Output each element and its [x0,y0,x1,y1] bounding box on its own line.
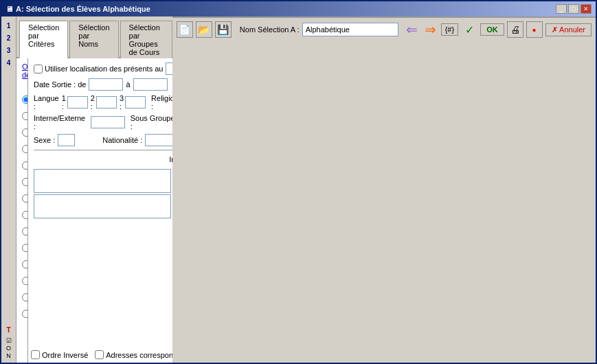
sidebar-letter-n: N [6,352,11,359]
langue-label: Langue : [34,94,59,111]
utiliser-row: Utiliser localisation des présents au [34,62,172,75]
radio-orientation: Orientation [22,194,28,203]
interne-field[interactable] [91,116,125,128]
radio-extra-2: - [22,260,28,269]
ordre-inverse-checkbox[interactable] [31,350,40,359]
utiliser-checkbox[interactable] [34,65,43,73]
langue-1-field[interactable] [67,96,88,109]
utiliser-field[interactable] [166,62,172,75]
close-button[interactable]: ✕ [581,4,592,14]
radio-grpel-input[interactable] [22,178,28,186]
radio-extra-2-input[interactable] [22,260,28,269]
save-button[interactable]: 💾 [215,21,232,38]
radio-extra-5: - [22,310,28,318]
sexe-field[interactable] [58,134,75,146]
sidebar-num-4: 4 [7,57,11,69]
sidebar-icons: ☑ O N [6,337,12,359]
tab-content: Ordre de tri Bornes de sélection Alphabé… [16,58,172,363]
radio-codes-postaux: Codes Postaux [22,227,28,236]
adresses-text: Adresses correspondance [106,351,172,359]
title-text: 🖥 A: Sélection des Élèves Alphabétique [5,5,150,13]
sidebar-letter-o: O [6,345,11,352]
implantation-row: Implantation : Aîné : [34,153,172,166]
l3-label: 3 : [120,94,124,111]
radio-extra-4-input[interactable] [22,293,28,302]
sidebar-num-3: 3 [7,45,11,57]
radio-extra-5-input[interactable] [22,310,28,318]
ordre-de-tri-link[interactable]: Ordre de tri [22,62,28,87]
open-button[interactable]: 📂 [196,21,212,38]
radio-codes-postaux-input[interactable] [22,227,28,236]
tab-groupes[interactable]: Sélection par Groupes de Cours [120,21,172,58]
implantation-label: Implantation : [169,155,172,163]
center-content: Sélection par Critères Sélection par Nom… [16,16,172,363]
utiliser-label: Utiliser localisation des présents au [45,65,163,73]
radio-extra-4: - [22,293,28,302]
nav-right-button[interactable]: ⇒ [423,21,438,38]
radio-niveau-input[interactable] [22,145,28,153]
radio-dates-entree: Dates Entrée [22,128,28,137]
langue-row: Langue : 1 : 2 : 3 : Religion/Morale : R… [34,94,172,111]
ok-button[interactable]: OK [480,23,504,36]
window-icon: 🖥 [5,5,13,13]
radio-grpel: GrpEl [22,178,28,186]
radio-extra-1-input[interactable] [22,244,28,252]
nationalite-label: Nationalité : [102,136,142,144]
date-sortie-row: Date Sortie : de à Sans An X : [34,78,172,91]
main-textarea-2[interactable] [34,194,171,218]
radio-orientation-input[interactable] [22,194,28,203]
hash-button[interactable]: {#} [441,23,458,36]
date-sortie-from-field[interactable] [89,78,123,91]
tab-noms[interactable]: Sélection par Noms [69,21,118,58]
sidebar-num-1: 1 [7,20,11,32]
radio-classes-input[interactable] [22,161,28,170]
tab-criteres[interactable]: Sélection par Critères [19,21,68,58]
radio-extra-1: - [22,244,28,252]
window-controls: _ □ ✕ [556,4,592,14]
check-icon: ✓ [461,21,477,38]
radio-dates-naissance-input[interactable] [22,112,28,120]
left-sidebar: 1 2 3 4 T ☑ O N [1,16,16,363]
sexe-label: Sexe : [34,136,55,144]
adresses-checkbox[interactable] [95,350,104,359]
record-button[interactable]: ● [526,21,543,38]
radio-extra-3-input[interactable] [22,277,28,285]
minimize-button[interactable]: _ [556,4,567,14]
main-textarea-1[interactable] [34,169,171,193]
ordre-inverse-text: Ordre Inversé [42,351,88,359]
langue-2-field[interactable] [96,96,117,109]
ordre-inverse-label: Ordre Inversé [31,350,88,359]
l1-label: 1 : [62,94,66,111]
nav-left-button[interactable]: ⇐ [404,21,420,38]
radio-matric: Matric Registre [22,211,28,219]
annuler-button[interactable]: ✗ Annuler [545,23,592,36]
textarea-area [34,169,172,218]
date-sortie-to-field[interactable] [133,78,168,91]
radio-dates-entree-input[interactable] [22,128,28,137]
sexe-row: Sexe : Nationalité : [34,134,172,146]
l2-label: 2 : [91,94,95,111]
nom-selection-label: Nom Sélection A : [240,25,300,34]
left-panel: Ordre de tri Bornes de sélection Alphabé… [16,58,28,363]
textarea-group [34,169,171,218]
nationalite-field[interactable] [145,134,172,146]
date-sortie-label: Date Sortie : de [34,80,86,89]
interne-row: Interne/Externe : Sous Groupe : Rem1 : R… [34,114,172,130]
radio-extra-3: - [22,277,28,285]
main-content: 1 2 3 4 T ☑ O N Sélection par Critères S… [1,16,596,363]
bottom-bar: 📄 📂 💾 Nom Sélection A : ⇐ ⇒ {#} ✓ OK 🖨 ●… [172,16,596,41]
religion-label: Religion/Morale : [151,94,172,111]
new-button[interactable]: 📄 [177,21,193,38]
sidebar-checkbox-p: ☑ [6,337,12,344]
right-panel: Utiliser localisation des présents au Da… [28,58,172,363]
nom-selection-field[interactable] [302,23,398,36]
radio-niveau: Niveau/Année [22,145,28,153]
tab-bar: Sélection par Critères Sélection par Nom… [16,16,172,58]
maximize-button[interactable]: □ [568,4,579,14]
title-bar: 🖥 A: Sélection des Élèves Alphabétique _… [1,1,596,16]
radio-dates-naissance: Dates Naissance [22,112,28,120]
radio-alphabetique-input[interactable] [22,95,28,104]
radio-matric-input[interactable] [22,211,28,219]
printer-button[interactable]: 🖨 [507,21,523,38]
langue-3-field[interactable] [125,96,146,109]
